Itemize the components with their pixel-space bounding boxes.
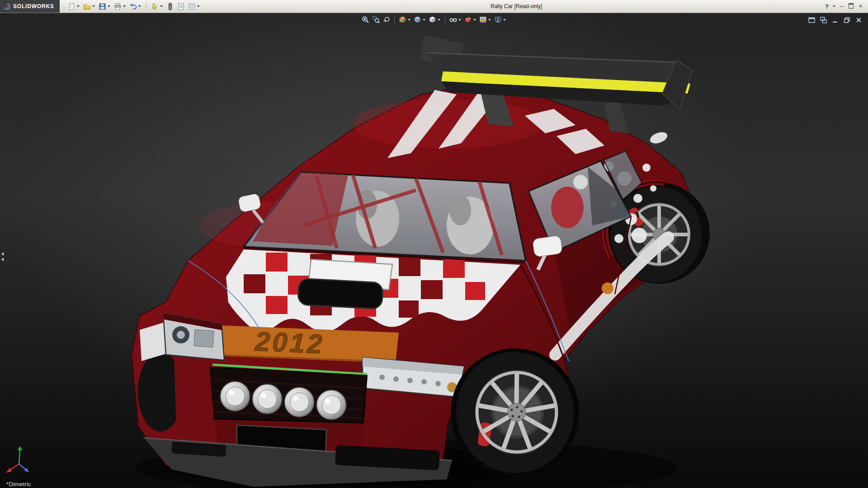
toolbar-separator [445,16,445,24]
options-button[interactable] [187,2,201,11]
apply-scene-icon [479,16,487,23]
viewport-layout-button[interactable] [807,16,816,24]
close-document-button[interactable] [854,16,863,24]
document-window-controls [807,16,863,24]
save-icon [99,3,106,10]
zoom-to-fit-button[interactable] [361,15,370,24]
section-view-button[interactable] [398,15,412,24]
zoom-to-fit-icon [362,16,369,23]
titlebar-controls: ? – × [824,0,864,13]
app-logo: SOLIDWORKS [0,0,60,13]
view-settings-dropdown[interactable] [503,19,506,21]
panel-collapse-handle[interactable] [0,249,5,264]
view-settings-icon [494,16,502,23]
select-dropdown[interactable] [160,5,163,7]
app-name: SOLIDWORKS [13,3,54,9]
collapse-arrow-icon [1,258,4,261]
help-dropdown[interactable] [833,5,835,7]
options-icon [188,3,196,10]
document-title: Rally Car [Read-only] [491,3,542,9]
edit-appearance-button[interactable] [463,15,477,24]
new-document-button[interactable] [67,2,81,11]
edit-appearance-icon [464,16,472,23]
file-properties-button[interactable] [176,2,186,11]
previous-view-icon [382,16,390,23]
orientation-triad[interactable] [6,446,29,473]
print-button[interactable] [113,2,127,11]
new-document-dropdown[interactable] [77,5,80,7]
zoom-to-area-icon [372,16,380,23]
edit-appearance-dropdown[interactable] [473,19,476,21]
file-properties-icon [177,3,185,10]
minimize-window-button[interactable]: – [838,3,845,9]
help-button[interactable]: ? [824,3,830,10]
toolbar-separator [394,16,395,24]
restore-document-button[interactable] [842,16,852,24]
view-orientation-button[interactable] [413,15,427,24]
apply-scene-dropdown[interactable] [488,19,491,21]
tile-windows-icon [820,16,827,24]
select-icon [151,3,159,10]
hood-scoop[interactable] [298,259,392,309]
hide-show-items-dropdown[interactable] [458,19,461,21]
apply-scene-button[interactable] [478,15,492,24]
new-document-icon [68,3,75,10]
restore-window-button[interactable] [847,3,855,10]
undo-button[interactable] [128,2,142,11]
view-orientation-icon [414,16,421,23]
close-window-button[interactable]: × [857,3,864,9]
collapse-arrow-icon [1,252,4,256]
tile-windows-button[interactable] [819,16,828,24]
rebuild-icon [166,3,174,10]
heads-up-toolbar [361,15,507,24]
rebuild-button[interactable] [165,2,175,11]
view-orientation-label: *Dimetric [6,481,31,488]
rally-car-model[interactable]: 2012 [0,13,868,488]
open-document-button[interactable] [82,2,96,11]
hide-show-items-button[interactable] [448,15,462,24]
minimize-document-button[interactable] [830,16,840,24]
section-view-dropdown[interactable] [408,19,410,21]
open-document-icon [83,3,91,10]
toolbar-separator [146,2,146,10]
restore-icon [849,3,854,9]
viewport[interactable]: 2012 [0,13,868,488]
minimize-document-icon [831,16,839,24]
previous-view-button[interactable] [382,15,391,24]
save-dropdown[interactable] [108,5,110,7]
view-orientation-dropdown[interactable] [423,19,425,21]
save-button[interactable] [98,2,112,11]
main-toolbar [67,2,201,11]
display-style-icon [429,16,436,23]
options-dropdown[interactable] [197,5,200,7]
zoom-to-area-button[interactable] [371,15,381,24]
decal-2012[interactable]: 2012 [254,326,325,360]
undo-dropdown[interactable] [138,5,141,7]
select-button[interactable] [150,2,164,11]
display-style-button[interactable] [428,15,442,24]
viewport-layout-icon [808,16,816,24]
undo-icon [129,3,137,10]
view-settings-button[interactable] [493,15,507,24]
front-grille[interactable] [210,365,367,423]
solidworks-logo-icon [4,3,10,10]
print-dropdown[interactable] [123,5,126,7]
close-document-icon [855,16,863,24]
print-icon [114,3,122,10]
section-view-icon [399,16,406,23]
display-style-dropdown[interactable] [438,19,440,21]
open-document-dropdown[interactable] [92,5,95,7]
title-bar: SOLIDWORKS Rally Car [Read-only] ? – × [0,0,868,13]
restore-document-icon [843,16,851,24]
hide-show-items-icon [449,16,457,23]
